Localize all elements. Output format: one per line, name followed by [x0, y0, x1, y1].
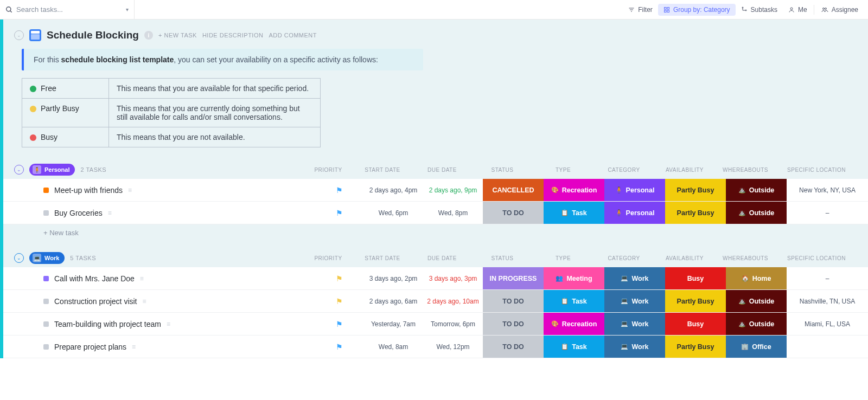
info-icon[interactable]: i	[144, 31, 153, 40]
chip[interactable]: Partly Busy	[665, 290, 726, 312]
assignee-button[interactable]: Assignee	[815, 4, 864, 16]
group-collapse-button[interactable]: ⌄	[14, 253, 24, 263]
chip[interactable]: 👥Meeting	[544, 267, 604, 289]
chip[interactable]: 🏢Office	[726, 336, 787, 358]
hide-description-button[interactable]: HIDE DESCRIPTION	[202, 32, 264, 38]
chip[interactable]: TO DO	[483, 336, 544, 358]
chip[interactable]: 📋Task	[544, 202, 604, 224]
location-cell[interactable]: Miami, FL, USA	[787, 313, 868, 335]
groupby-button[interactable]: Group by: Category	[658, 4, 736, 16]
chip[interactable]: ⛰️Outside	[726, 290, 787, 312]
new-task-link[interactable]: + New task	[43, 229, 79, 237]
group-pill[interactable]: 🧍Personal	[29, 164, 75, 176]
task-row[interactable]: Team-building with project team ≡ ⚑ Yest…	[3, 313, 868, 336]
task-row[interactable]: Prepare project plans ≡ ⚑ Wed, 8am Wed, …	[3, 336, 868, 358]
location-cell[interactable]: –	[787, 202, 868, 224]
chip[interactable]: TO DO	[483, 313, 544, 335]
due-date-cell[interactable]: Wed, 12pm	[423, 336, 483, 358]
location-cell[interactable]: New York, NY, USA	[787, 179, 868, 201]
task-list: Meet-up with friends ≡ ⚑ 2 days ago, 4pm…	[3, 179, 868, 224]
chip[interactable]: 🧍Personal	[604, 179, 665, 201]
task-row[interactable]: Meet-up with friends ≡ ⚑ 2 days ago, 4pm…	[3, 179, 868, 202]
chip[interactable]: 📋Task	[544, 290, 604, 312]
task-name[interactable]: Call with Mrs. Jane Doe	[54, 274, 135, 283]
grip-icon[interactable]: ≡	[143, 298, 146, 305]
chip-text: Busy	[687, 275, 704, 282]
chip[interactable]: 🎨Recreation	[544, 313, 604, 335]
status-square-icon[interactable]	[43, 276, 49, 281]
task-name[interactable]: Meet-up with friends	[54, 186, 123, 195]
group-pill[interactable]: 💻Work	[29, 252, 65, 264]
priority-cell[interactable]: ⚑	[315, 267, 363, 289]
task-row[interactable]: Call with Mrs. Jane Doe ≡ ⚑ 3 days ago, …	[3, 267, 868, 290]
col-due-date: DUE DATE	[412, 167, 472, 173]
chip[interactable]: Busy	[665, 313, 726, 335]
description-block: For this schedule blocking list template…	[22, 49, 868, 147]
priority-cell[interactable]: ⚑	[315, 179, 363, 201]
chip[interactable]: 🏠Home	[726, 267, 787, 289]
chip[interactable]: CANCELLED	[483, 179, 544, 201]
due-date-cell[interactable]: Tomorrow, 6pm	[423, 313, 483, 335]
status-square-icon[interactable]	[43, 210, 49, 216]
status-square-icon[interactable]	[43, 344, 49, 350]
status-square-icon[interactable]	[43, 188, 49, 193]
task-name[interactable]: Prepare project plans	[54, 343, 126, 351]
chip[interactable]: 💻Work	[604, 290, 665, 312]
chip[interactable]: ⛰️Outside	[726, 179, 787, 201]
grip-icon[interactable]: ≡	[132, 343, 136, 351]
chip[interactable]: ⛰️Outside	[726, 313, 787, 335]
due-date-cell[interactable]: 2 days ago, 10am	[423, 290, 483, 312]
new-task-button[interactable]: + NEW TASK	[158, 32, 197, 38]
chip[interactable]: TO DO	[483, 290, 544, 312]
chip[interactable]: 🎨Recreation	[544, 179, 604, 201]
collapse-list-button[interactable]: ⌄	[14, 30, 24, 40]
start-date-cell[interactable]: 2 days ago, 4pm	[363, 179, 423, 201]
add-comment-button[interactable]: ADD COMMENT	[269, 32, 317, 38]
task-name[interactable]: Buy Groceries	[54, 209, 103, 217]
priority-cell[interactable]: ⚑	[315, 290, 363, 312]
chip[interactable]: IN PROGRESS	[483, 267, 544, 289]
chip[interactable]: Partly Busy	[665, 202, 726, 224]
start-date-cell[interactable]: Wed, 6pm	[363, 202, 423, 224]
chip[interactable]: Partly Busy	[665, 336, 726, 358]
grip-icon[interactable]: ≡	[128, 186, 132, 194]
task-row[interactable]: Construction project visit ≡ ⚑ 2 days ag…	[3, 290, 868, 313]
priority-cell[interactable]: ⚑	[315, 336, 363, 358]
task-row[interactable]: Buy Groceries ≡ ⚑ Wed, 6pm Wed, 8pm TO D…	[3, 202, 868, 224]
chip[interactable]: 📋Task	[544, 336, 604, 358]
chevron-down-icon[interactable]: ▾	[126, 7, 129, 12]
location-cell[interactable]: Nashville, TN, USA	[787, 290, 868, 312]
task-name[interactable]: Construction project visit	[54, 297, 137, 306]
chip[interactable]: 🧍Personal	[604, 202, 665, 224]
grip-icon[interactable]: ≡	[167, 320, 170, 328]
chip[interactable]: TO DO	[483, 202, 544, 224]
search-input[interactable]	[16, 5, 103, 14]
filter-button[interactable]: Filter	[623, 4, 658, 16]
chip[interactable]: Busy	[665, 267, 726, 289]
due-date-cell[interactable]: Wed, 8pm	[423, 202, 483, 224]
priority-cell[interactable]: ⚑	[315, 202, 363, 224]
start-date-cell[interactable]: 2 days ago, 6am	[363, 290, 423, 312]
start-date-cell[interactable]: Yesterday, 7am	[363, 313, 423, 335]
priority-cell[interactable]: ⚑	[315, 313, 363, 335]
task-name[interactable]: Team-building with project team	[54, 320, 161, 328]
chip[interactable]: 💻Work	[604, 313, 665, 335]
chip[interactable]: ⛰️Outside	[726, 202, 787, 224]
location-cell[interactable]	[787, 336, 868, 358]
subtasks-button[interactable]: Subtasks	[736, 4, 783, 16]
location-cell[interactable]: –	[787, 267, 868, 289]
chip[interactable]: 💻Work	[604, 336, 665, 358]
chip[interactable]: 💻Work	[604, 267, 665, 289]
chip-icon: 💻	[621, 343, 628, 350]
grip-icon[interactable]: ≡	[108, 209, 112, 217]
status-square-icon[interactable]	[43, 299, 49, 304]
start-date-cell[interactable]: Wed, 8am	[363, 336, 423, 358]
status-square-icon[interactable]	[43, 321, 49, 327]
due-date-cell[interactable]: 2 days ago, 9pm	[423, 179, 483, 201]
grip-icon[interactable]: ≡	[140, 275, 144, 282]
start-date-cell[interactable]: 3 days ago, 2pm	[363, 267, 423, 289]
me-button[interactable]: Me	[783, 4, 813, 16]
chip[interactable]: Partly Busy	[665, 179, 726, 201]
due-date-cell[interactable]: 3 days ago, 3pm	[423, 267, 483, 289]
group-collapse-button[interactable]: ⌄	[14, 165, 24, 175]
